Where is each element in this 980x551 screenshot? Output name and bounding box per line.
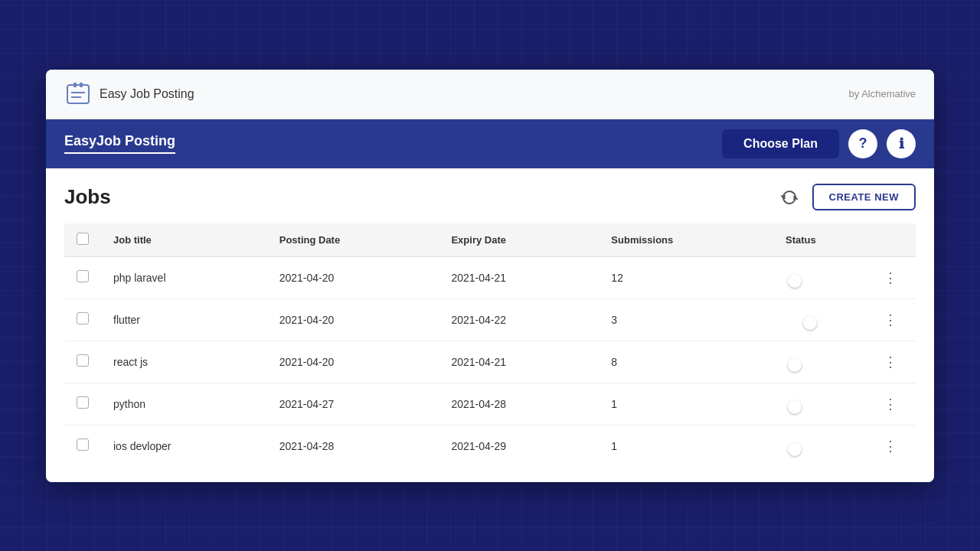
svg-rect-2 [80,83,83,87]
header-actions [865,223,916,257]
row-actions: ⋮ [865,425,916,467]
row-actions: ⋮ [865,341,916,383]
select-all-checkbox[interactable] [77,233,89,245]
table-row: react js2021-04-202021-04-218⋮ [64,341,916,383]
row-submissions: 1 [599,383,773,425]
app-title: Easy Job Posting [100,87,194,101]
more-options-button[interactable]: ⋮ [877,394,903,414]
content-area: Jobs CREATE NEW [46,168,934,482]
row-status [773,256,865,298]
row-expiry-date: 2021-04-22 [439,298,599,341]
row-checkbox[interactable] [77,396,89,409]
row-posting-date: 2021-04-20 [267,256,439,298]
row-checkbox[interactable] [77,354,89,367]
row-checkbox-cell [64,425,101,467]
table-row: python2021-04-272021-04-281⋮ [64,383,916,425]
row-actions: ⋮ [865,383,916,425]
row-checkbox-cell [64,298,101,341]
row-submissions: 3 [599,298,773,341]
row-status [773,341,865,383]
refresh-button[interactable] [776,184,803,211]
header-expiry-date: Expiry Date [439,223,599,257]
more-options-button[interactable]: ⋮ [877,352,903,372]
row-expiry-date: 2021-04-29 [439,425,599,467]
row-submissions: 1 [599,425,773,467]
row-posting-date: 2021-04-27 [267,383,439,425]
table-row: ios devloper2021-04-282021-04-291⋮ [64,425,916,467]
row-job-title: php laravel [101,256,267,298]
row-status [773,425,865,467]
row-posting-date: 2021-04-28 [267,425,439,467]
row-posting-date: 2021-04-20 [267,298,439,341]
header-job-title: Job title [101,223,267,257]
row-job-title: ios devloper [101,425,267,467]
row-job-title: react js [101,341,267,383]
more-options-button[interactable]: ⋮ [877,436,903,456]
jobs-header: Jobs CREATE NEW [64,184,916,211]
row-checkbox-cell [64,256,101,298]
header-status: Status [773,223,865,257]
header-posting-date: Posting Date [267,223,439,257]
row-posting-date: 2021-04-20 [267,341,439,383]
row-expiry-date: 2021-04-21 [439,256,599,298]
more-options-button[interactable]: ⋮ [877,268,903,288]
info-button[interactable]: ℹ [887,129,916,158]
row-job-title: flutter [101,298,267,341]
row-expiry-date: 2021-04-21 [439,341,599,383]
row-status [773,383,865,425]
row-checkbox-cell [64,383,101,425]
nav-right: Choose Plan ? ℹ [722,129,916,158]
nav-title: EasyJob Posting [64,133,175,154]
table-row: flutter2021-04-202021-04-223⋮ [64,298,916,341]
top-bar: Easy Job Posting by Alchemative [46,70,934,119]
row-checkbox[interactable] [77,439,89,451]
nav-bar: EasyJob Posting Choose Plan ? ℹ [46,119,934,168]
app-container: Easy Job Posting by Alchemative EasyJob … [46,70,934,482]
svg-rect-0 [67,85,89,103]
header-submissions: Submissions [599,223,773,257]
row-checkbox-cell [64,341,101,383]
logo-icon [64,80,92,108]
row-actions: ⋮ [865,298,916,341]
row-submissions: 12 [599,256,773,298]
jobs-header-actions: CREATE NEW [776,184,916,211]
table-row: php laravel2021-04-202021-04-2112⋮ [64,256,916,298]
app-credit: by Alchemative [849,88,916,99]
jobs-table: Job title Posting Date Expiry Date Submi… [64,223,916,467]
create-new-button[interactable]: CREATE NEW [812,184,916,210]
header-checkbox-col [64,223,101,257]
row-checkbox[interactable] [77,270,89,282]
more-options-button[interactable]: ⋮ [877,310,903,330]
row-expiry-date: 2021-04-28 [439,383,599,425]
choose-plan-button[interactable]: Choose Plan [722,129,839,158]
top-bar-left: Easy Job Posting [64,80,194,108]
help-button[interactable]: ? [848,129,877,158]
row-checkbox[interactable] [77,312,89,324]
row-job-title: python [101,383,267,425]
row-status [773,298,865,341]
row-actions: ⋮ [865,256,916,298]
row-submissions: 8 [599,341,773,383]
svg-rect-1 [74,83,77,87]
table-header-row: Job title Posting Date Expiry Date Submi… [64,223,916,257]
page-title: Jobs [64,185,111,209]
